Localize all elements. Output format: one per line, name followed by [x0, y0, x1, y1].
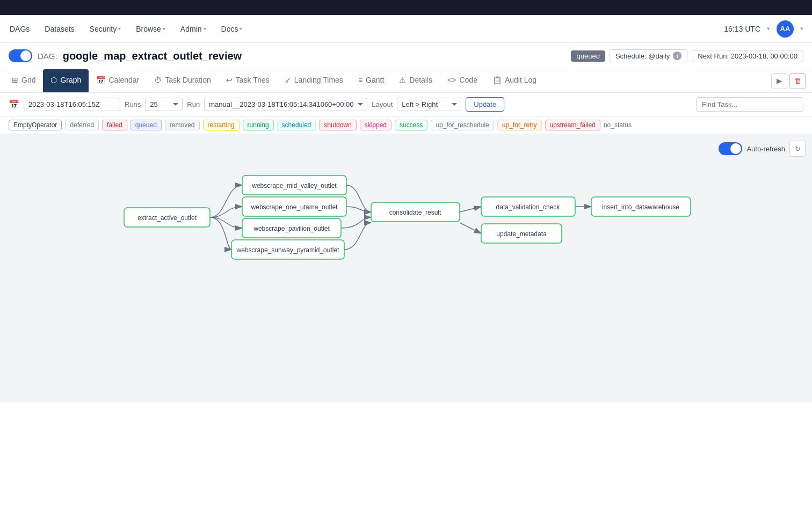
- edge-extract-to-pavilion: [210, 217, 242, 228]
- tab-gantt[interactable]: ≡ Gantt: [351, 69, 392, 92]
- nav-docs[interactable]: Docs ▾: [220, 23, 244, 35]
- node-sunway-label: webscrape_sunway_pyramid_outlet: [236, 246, 339, 254]
- tag-running[interactable]: running: [243, 120, 274, 130]
- tag-no-status[interactable]: no_status: [604, 121, 632, 129]
- tab-gantt-label: Gantt: [366, 76, 384, 84]
- tag-shutdown[interactable]: shutdown: [319, 120, 356, 130]
- dag-label: DAG:: [38, 52, 57, 61]
- tab-actions: ▶ 🗑: [769, 71, 808, 91]
- tab-task-duration-label: Task Duration: [165, 76, 211, 84]
- tag-deferred[interactable]: deferred: [65, 120, 99, 130]
- nav-security[interactable]: Security ▾: [89, 23, 122, 35]
- tab-details-label: Details: [409, 76, 432, 84]
- run-select[interactable]: manual__2023-03-18T16:05:14.341060+00:00: [204, 98, 367, 111]
- tag-failed[interactable]: failed: [102, 120, 127, 130]
- update-button[interactable]: Update: [466, 97, 504, 112]
- time-display[interactable]: 16:13 UTC: [724, 25, 760, 33]
- refresh-button[interactable]: ↻: [789, 141, 806, 157]
- edge-midvalley-to-consolidate: [346, 185, 371, 212]
- edge-extract-to-midvalley: [210, 185, 242, 217]
- tab-landing-times-label: Landing Times: [294, 76, 343, 84]
- auto-refresh-label: Auto-refresh: [746, 145, 785, 153]
- nav-admin[interactable]: Admin ▾: [179, 23, 207, 35]
- nav-dags[interactable]: DAGs: [9, 23, 31, 35]
- node-extract-label: extract_active_outlet: [137, 214, 197, 222]
- landing-times-icon: ↙: [285, 76, 291, 84]
- tab-task-duration[interactable]: ⏱ Task Duration: [147, 69, 219, 92]
- task-tries-icon: ↩: [226, 76, 233, 84]
- nav-right: 16:13 UTC ▾ AA ▾: [724, 20, 803, 38]
- dag-title-area: DAG: google_map_extract_outlet_review: [9, 49, 242, 62]
- dag-status-badge[interactable]: queued: [571, 50, 605, 62]
- tab-graph[interactable]: ⬡ Graph: [43, 69, 89, 92]
- dag-graph-svg: extract_active_outlet webscrape_mid_vall…: [0, 134, 812, 402]
- tag-up-for-retry[interactable]: up_for_retry: [497, 120, 542, 130]
- tab-graph-label: Graph: [60, 76, 81, 84]
- next-run-badge: Next Run: 2023-03-18, 00:00:00: [692, 50, 803, 62]
- tab-grid-label: Grid: [21, 76, 35, 84]
- tabbar: ⊞ Grid ⬡ Graph 📅 Calendar ⏱ Task Duratio…: [0, 69, 812, 93]
- dag-toggle[interactable]: [9, 49, 32, 62]
- delete-button[interactable]: 🗑: [789, 73, 806, 89]
- edge-sunway-to-consolidate: [344, 223, 371, 250]
- tag-upstream-failed[interactable]: upstream_failed: [545, 120, 600, 130]
- calendar-icon: 📅: [96, 76, 105, 84]
- navbar: DAGs Datasets Security ▾ Browse ▾ Admin …: [0, 15, 812, 43]
- node-consolidate-label: consolidate_result: [389, 209, 441, 216]
- tab-landing-times[interactable]: ↙ Landing Times: [277, 69, 351, 92]
- nav-browse-chevron: ▾: [163, 26, 165, 32]
- tab-task-tries[interactable]: ↩ Task Tries: [219, 69, 277, 92]
- tab-task-tries-label: Task Tries: [236, 76, 270, 84]
- dag-header: DAG: google_map_extract_outlet_review qu…: [0, 43, 812, 69]
- run-date-input[interactable]: [24, 98, 120, 111]
- tag-removed[interactable]: removed: [165, 120, 200, 130]
- status-bar: EmptyOperator deferred failed queued rem…: [0, 116, 812, 134]
- find-task-input[interactable]: [696, 97, 803, 112]
- auto-refresh-toggle[interactable]: [719, 142, 742, 155]
- runs-select[interactable]: 25: [145, 98, 183, 111]
- tab-audit-log[interactable]: 📋 Audit Log: [485, 69, 544, 92]
- nav-admin-chevron: ▾: [204, 26, 206, 32]
- run-button[interactable]: ▶: [771, 73, 787, 89]
- audit-log-icon: 📋: [492, 76, 502, 84]
- nav-datasets-label: Datasets: [45, 25, 74, 33]
- dag-name: google_map_extract_outlet_review: [63, 50, 242, 62]
- tag-success[interactable]: success: [395, 120, 427, 130]
- tag-queued[interactable]: queued: [130, 120, 162, 130]
- layout-select[interactable]: Left > Right: [397, 98, 461, 111]
- info-icon[interactable]: i: [673, 52, 682, 60]
- tab-details[interactable]: ⚠ Details: [392, 69, 440, 92]
- nav-browse[interactable]: Browse ▾: [135, 23, 166, 35]
- tag-skipped[interactable]: skipped: [360, 120, 392, 130]
- nav-left: DAGs Datasets Security ▾ Browse ▾ Admin …: [9, 23, 724, 35]
- edge-extract-to-sunway: [210, 217, 231, 250]
- nav-security-chevron: ▾: [118, 26, 121, 32]
- run-label: Run: [187, 100, 200, 108]
- tag-scheduled[interactable]: scheduled: [277, 120, 316, 130]
- time-chevron: ▾: [767, 25, 770, 32]
- nav-datasets[interactable]: Datasets: [44, 23, 75, 35]
- tab-calendar-label: Calendar: [108, 76, 139, 84]
- code-icon: <>: [447, 76, 456, 84]
- controls-bar: 📅 Runs 25 Run manual__2023-03-18T16:05:1…: [0, 93, 812, 116]
- tab-calendar[interactable]: 📅 Calendar: [89, 69, 147, 92]
- topbar: [0, 0, 812, 15]
- tag-restarting[interactable]: restarting: [203, 120, 240, 130]
- nav-security-label: Security: [90, 25, 117, 33]
- tag-up-for-reschedule[interactable]: up_for_reschedule: [431, 120, 494, 130]
- details-icon: ⚠: [399, 76, 406, 84]
- node-pavilion-label: webscrape_pavilion_outlet: [253, 225, 330, 232]
- tab-code[interactable]: <> Code: [440, 69, 485, 92]
- node-insert-label: insert_into_datawarehouse: [602, 203, 679, 211]
- nav-docs-chevron: ▾: [240, 26, 242, 32]
- nav-admin-label: Admin: [180, 25, 202, 33]
- empty-operator-tag[interactable]: EmptyOperator: [9, 120, 62, 130]
- calendar-ctrl-icon: 📅: [9, 99, 19, 109]
- avatar[interactable]: AA: [777, 20, 794, 38]
- nav-dags-label: DAGs: [10, 25, 30, 33]
- tab-grid[interactable]: ⊞ Grid: [4, 69, 43, 92]
- schedule-label: Schedule: @daily: [615, 52, 670, 60]
- tab-audit-log-label: Audit Log: [505, 76, 536, 84]
- tab-code-label: Code: [459, 76, 477, 84]
- node-oneutama-label: webscrape_one_utama_outlet: [251, 203, 338, 211]
